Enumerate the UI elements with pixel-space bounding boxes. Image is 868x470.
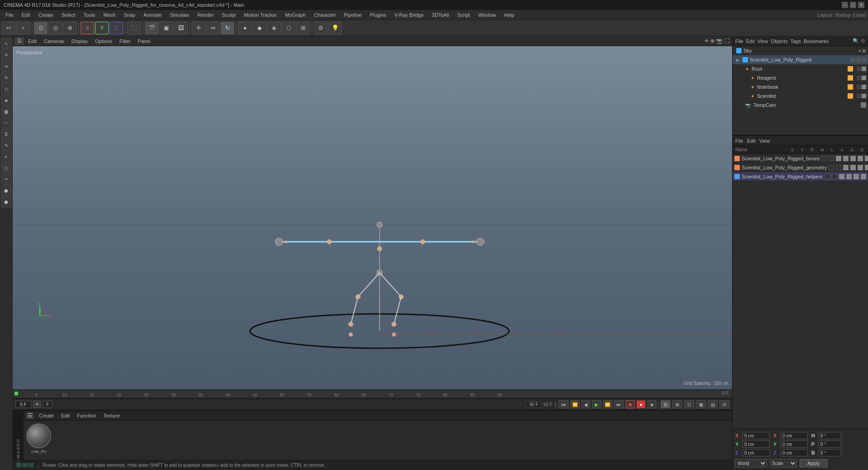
vp-icon-zoom[interactable]: ⊕ bbox=[710, 38, 714, 44]
toolbar-scale[interactable]: ⇔ bbox=[206, 22, 220, 34]
material-menu-function[interactable]: Function bbox=[75, 412, 98, 419]
frame-label-input[interactable] bbox=[43, 401, 52, 408]
toolbar-obj3[interactable]: ◈ bbox=[267, 22, 281, 34]
toolbar-render-pic[interactable]: 🖼 bbox=[174, 22, 188, 34]
toolbar-obj2[interactable]: ◆ bbox=[253, 22, 266, 34]
tl-toggle-3[interactable]: ⊡ bbox=[684, 400, 694, 408]
menu-mograph[interactable]: MoGraph bbox=[281, 11, 309, 19]
menu-vray[interactable]: V-Ray Bridge bbox=[391, 11, 428, 19]
frame-input-btn[interactable] bbox=[33, 401, 41, 408]
close-button[interactable]: ✕ bbox=[858, 2, 864, 8]
sidebar-btn-layer[interactable]: ≡ bbox=[1, 151, 12, 162]
toolbar-z[interactable]: Z bbox=[110, 22, 123, 34]
menu-mesh[interactable]: Mesh bbox=[100, 11, 119, 19]
sidebar-btn-mograph[interactable]: ⬣ bbox=[1, 197, 12, 207]
tl-toggle-1[interactable]: ⊞ bbox=[661, 400, 670, 408]
step-forward-button[interactable]: ⏩ bbox=[603, 400, 612, 408]
vp-menu-filter[interactable]: Filter bbox=[117, 38, 133, 45]
om-item-scientist[interactable]: ✦ Scientist bbox=[733, 91, 868, 101]
vp-menu-cameras[interactable]: Cameras bbox=[41, 38, 67, 45]
record-active[interactable]: ● bbox=[637, 400, 646, 408]
menu-render[interactable]: Render bbox=[194, 11, 217, 19]
toolbar-obj1[interactable]: ● bbox=[238, 22, 252, 34]
viewport-panel-btn[interactable]: ☰ bbox=[15, 38, 24, 45]
vp-menu-options[interactable]: Options bbox=[92, 38, 115, 45]
sidebar-btn-rotate[interactable]: ↻ bbox=[1, 72, 12, 83]
am-menu-file[interactable]: File bbox=[735, 138, 743, 144]
vp-menu-panel[interactable]: Panel bbox=[135, 38, 153, 45]
sidebar-btn-mode2[interactable]: ◈ bbox=[1, 95, 12, 106]
material-menu-edit[interactable]: Edit bbox=[59, 412, 72, 419]
toolbar-move[interactable]: ✛ bbox=[192, 22, 205, 34]
sidebar-btn-hair[interactable]: 〜 bbox=[1, 174, 12, 185]
b-rot-input[interactable] bbox=[819, 449, 841, 456]
goto-start-button[interactable]: ⏮ bbox=[559, 400, 569, 408]
tl-toggle-2[interactable]: ⊠ bbox=[672, 400, 682, 408]
tl-toggle-5[interactable]: ▤ bbox=[708, 400, 718, 408]
vp-icon-move[interactable]: ✛ bbox=[704, 38, 709, 44]
om-item-notebook[interactable]: ✦ Notebook bbox=[733, 82, 868, 91]
menu-sculpt[interactable]: Sculpt bbox=[218, 11, 240, 19]
current-frame-input[interactable] bbox=[15, 401, 31, 408]
toolbar-render-region[interactable]: ▣ bbox=[159, 22, 173, 34]
menu-file[interactable]: File bbox=[2, 11, 17, 19]
am-item-bones[interactable]: Scientist_Low_Poly_Rigged_bones bbox=[733, 154, 868, 163]
y-size-input[interactable] bbox=[781, 441, 808, 448]
sidebar-btn-poly[interactable]: ▦ bbox=[1, 106, 12, 117]
material-panel-btn[interactable]: ☰ bbox=[26, 412, 34, 419]
tl-expand[interactable]: ⊟ bbox=[719, 400, 729, 408]
menu-3dtoall[interactable]: 3DToAll bbox=[428, 11, 453, 19]
maximize-button[interactable]: □ bbox=[850, 2, 856, 8]
om-item-root[interactable]: ✦ Root bbox=[733, 64, 868, 73]
material-menu-texture[interactable]: Texture bbox=[101, 412, 121, 419]
vp-icon-fullscreen[interactable]: ⛶ bbox=[724, 38, 729, 44]
sidebar-btn-spline[interactable]: 〰 bbox=[1, 117, 12, 128]
toolbar-x[interactable]: X bbox=[81, 22, 94, 34]
menu-pipeline[interactable]: Pipeline bbox=[340, 11, 365, 19]
x-pos-input[interactable] bbox=[743, 432, 770, 439]
toolbar-select-rect[interactable]: ⬛ bbox=[127, 22, 141, 34]
toolbar-texture-mode[interactable]: ◎ bbox=[48, 22, 62, 34]
am-menu-edit[interactable]: Edit bbox=[747, 138, 756, 144]
material-item[interactable]: Low_Po bbox=[26, 423, 51, 457]
menu-edit[interactable]: Edit bbox=[18, 11, 34, 19]
sidebar-btn-tag[interactable]: ✎ bbox=[1, 140, 12, 151]
am-menu-view[interactable]: View bbox=[759, 138, 770, 144]
play-forward-button[interactable]: ▶ bbox=[592, 400, 601, 408]
apply-button[interactable]: Apply bbox=[800, 459, 828, 467]
menu-tools[interactable]: Tools bbox=[80, 11, 99, 19]
play-back-button[interactable]: ⏪ bbox=[570, 400, 579, 408]
toolbar-undo[interactable]: ↩ bbox=[2, 22, 15, 34]
vp-menu-display[interactable]: Display bbox=[69, 38, 91, 45]
material-menu-create[interactable]: Create bbox=[37, 412, 56, 419]
vp-menu-edit[interactable]: Edit bbox=[25, 38, 39, 45]
menu-window[interactable]: Window bbox=[474, 11, 499, 19]
menu-create[interactable]: Create bbox=[35, 11, 57, 19]
toolbar-render-view[interactable]: 🎬 bbox=[145, 22, 159, 34]
om-item-reagent[interactable]: ✦ Reagent bbox=[733, 73, 868, 82]
om-menu-tags[interactable]: Tags bbox=[791, 38, 801, 44]
sidebar-btn-select[interactable]: ↖ bbox=[1, 38, 12, 49]
toolbar-light[interactable]: 💡 bbox=[328, 22, 342, 34]
toolbar-rotate[interactable]: ↻ bbox=[221, 22, 234, 34]
menu-motion-tracker[interactable]: Motion Tracker bbox=[240, 11, 280, 19]
sidebar-btn-mode1[interactable]: ◻ bbox=[1, 83, 12, 94]
toolbar-settings[interactable]: ⚙ bbox=[314, 22, 328, 34]
sidebar-btn-move[interactable]: ✛ bbox=[1, 49, 12, 60]
mode-dropdown[interactable]: Scale Position Rotation bbox=[770, 459, 797, 467]
menu-plugins[interactable]: Plugins bbox=[366, 11, 390, 19]
h-rot-input[interactable] bbox=[819, 432, 841, 439]
menu-character[interactable]: Character bbox=[310, 11, 339, 19]
y-pos-input[interactable] bbox=[743, 441, 770, 448]
am-item-geometry[interactable]: Scientist_Low_Poly_Rigged_geometry bbox=[733, 163, 868, 172]
z-pos-input[interactable] bbox=[743, 449, 770, 456]
om-menu-edit[interactable]: Edit bbox=[746, 38, 755, 44]
toolbar-obj4[interactable]: ⬡ bbox=[282, 22, 295, 34]
toolbar-model-mode[interactable]: ⊙ bbox=[34, 22, 48, 34]
om-item-scientist-group[interactable]: ▶ Scientist_Low_Poly_Rigged bbox=[733, 55, 868, 64]
z-size-input[interactable] bbox=[781, 449, 808, 456]
om-menu-file[interactable]: File bbox=[735, 38, 743, 44]
menu-select[interactable]: Select bbox=[58, 11, 79, 19]
record-button[interactable]: ⏺ bbox=[626, 400, 635, 408]
minimize-button[interactable]: ─ bbox=[842, 2, 848, 8]
